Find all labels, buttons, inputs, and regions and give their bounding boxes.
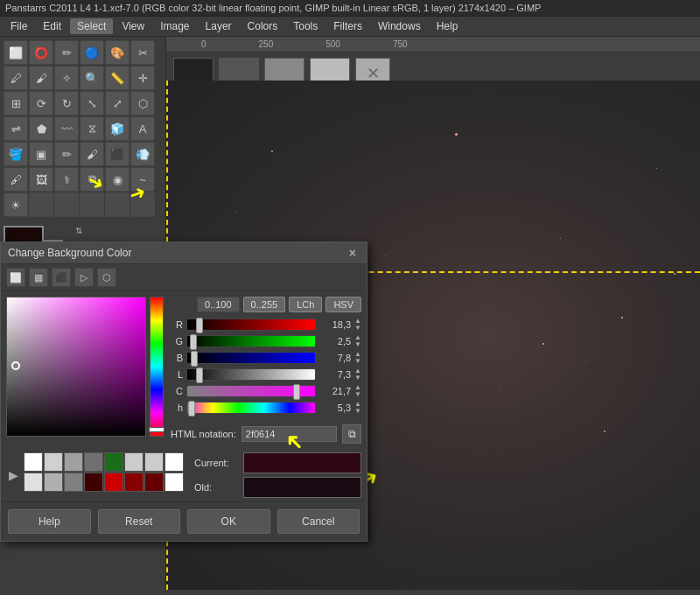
preset-swatch-4[interactable] [104, 452, 123, 472]
preset-swatch-8[interactable] [24, 472, 43, 492]
tool-rotate[interactable]: ↻ [54, 91, 79, 116]
tool-scale[interactable]: ⤡ [80, 91, 104, 116]
b-slider-arrows[interactable]: ▲ ▼ [354, 351, 361, 365]
tool-move[interactable]: ✛ [130, 66, 155, 90]
tool-ink[interactable]: 🖋 [4, 167, 28, 192]
menu-tools[interactable]: Tools [286, 18, 325, 34]
tool-pencil[interactable]: ✏ [54, 142, 79, 166]
h-slider-track[interactable] [186, 402, 316, 414]
dialog-tool-1[interactable]: ⬜ [6, 268, 25, 287]
menu-select[interactable]: Select [70, 18, 113, 34]
tool-fuzzy-select[interactable]: 🔵 [80, 40, 104, 65]
c-down-arrow[interactable]: ▼ [354, 391, 361, 398]
menu-colors[interactable]: Colors [241, 18, 285, 34]
tool-transform[interactable]: ⟳ [29, 91, 53, 116]
tool-zoom[interactable]: 🔍 [80, 66, 104, 90]
preset-swatch-11[interactable] [84, 472, 103, 492]
tool-paint-select[interactable]: 🖌 [29, 66, 53, 90]
tool-paintbrush[interactable]: 🖌 [80, 142, 104, 166]
tool-clone[interactable]: ⧉ [80, 167, 104, 192]
r-slider-arrows[interactable]: ▲ ▼ [354, 318, 361, 332]
l-slider-track[interactable] [186, 368, 316, 381]
r-slider-track[interactable] [186, 318, 316, 331]
html-copy-button[interactable]: ⧉ [342, 424, 361, 444]
preset-swatch-12[interactable] [104, 472, 123, 492]
menu-filters[interactable]: Filters [326, 18, 369, 34]
menu-view[interactable]: View [115, 18, 151, 34]
dialog-tool-3[interactable]: ⬛ [52, 268, 71, 287]
tool-measure[interactable]: 📏 [105, 66, 130, 90]
mode-hsv-button[interactable]: HSV [326, 297, 361, 312]
mode-lch-button[interactable]: LCh [289, 297, 322, 312]
g-slider-track[interactable] [186, 335, 316, 347]
tool-rect-select[interactable]: ⬜ [4, 40, 28, 65]
tool-smudge[interactable]: ~ [130, 167, 155, 192]
tool-foreground-select[interactable]: ⟡ [54, 66, 79, 90]
preset-swatch-13[interactable] [124, 472, 144, 492]
preset-swatch-9[interactable] [44, 472, 63, 492]
tool-gradient[interactable]: ▣ [29, 142, 53, 166]
tool-align[interactable]: ⊞ [4, 91, 28, 116]
tool-flip[interactable]: ⇌ [4, 116, 28, 141]
g-slider-arrows[interactable]: ▲ ▼ [354, 334, 361, 348]
reset-button[interactable]: Reset [98, 509, 181, 534]
color-gradient[interactable] [6, 297, 146, 437]
dialog-tool-2[interactable]: ▦ [29, 268, 48, 287]
cancel-button[interactable]: Cancel [277, 509, 360, 534]
menu-layer[interactable]: Layer [199, 18, 239, 34]
tool-mypaints[interactable]: 🖼 [29, 167, 53, 192]
tool-ellipse-select[interactable]: ⭕ [29, 40, 53, 65]
preset-swatch-1[interactable] [44, 452, 63, 472]
menu-edit[interactable]: Edit [36, 18, 68, 34]
ok-button[interactable]: OK [187, 509, 270, 534]
tool-healing[interactable]: ⚕ [54, 167, 79, 192]
tool-convolve[interactable]: ◉ [105, 167, 130, 192]
h-down-arrow[interactable]: ▼ [354, 408, 361, 415]
menu-file[interactable]: File [4, 18, 34, 34]
c-slider-arrows[interactable]: ▲ ▼ [354, 384, 361, 398]
b-down-arrow[interactable]: ▼ [354, 358, 361, 365]
h-slider-arrows[interactable]: ▲ ▼ [354, 401, 361, 415]
menu-windows[interactable]: Windows [371, 18, 428, 34]
c-slider-track[interactable] [186, 385, 316, 397]
tool-free-select[interactable]: ✏ [54, 40, 79, 65]
tool-airbrush[interactable]: 💨 [130, 142, 155, 166]
r-down-arrow[interactable]: ▼ [354, 325, 361, 332]
tool-handle-transform[interactable]: ⧖ [80, 116, 104, 141]
preset-swatch-3[interactable] [84, 452, 103, 472]
help-button[interactable]: Help [8, 509, 91, 534]
range-0-255-button[interactable]: 0..255 [243, 297, 286, 312]
tool-color-select[interactable]: 🎨 [105, 40, 130, 65]
tool-3d-transform[interactable]: 🧊 [105, 116, 130, 141]
tool-cage[interactable]: ⬟ [29, 116, 53, 141]
tool-text[interactable]: A [130, 116, 155, 141]
preset-swatch-15[interactable] [164, 472, 184, 492]
preset-swatch-2[interactable] [64, 452, 83, 472]
menu-help[interactable]: Help [430, 18, 466, 34]
tool-eraser[interactable]: ⬛ [105, 142, 130, 166]
tool-shear[interactable]: ⤢ [105, 91, 130, 116]
preset-swatch-14[interactable] [144, 472, 164, 492]
preset-swatch-0[interactable] [24, 452, 43, 472]
html-notation-input[interactable] [242, 426, 337, 442]
b-slider-track[interactable] [186, 352, 316, 364]
dialog-tool-4[interactable]: ▷ [74, 268, 94, 287]
tool-warp[interactable]: 〰 [54, 116, 79, 141]
preset-swatch-5[interactable] [124, 452, 144, 472]
preset-swatch-7[interactable] [164, 452, 184, 472]
swap-colors-button[interactable]: ⇅ [75, 226, 82, 235]
l-slider-arrows[interactable]: ▲ ▼ [354, 368, 361, 382]
dialog-close-button[interactable]: × [346, 246, 360, 260]
tool-bucket-fill[interactable]: 🪣 [4, 142, 28, 166]
dialog-tool-5[interactable]: ⬡ [97, 268, 116, 287]
range-0-100-button[interactable]: 0..100 [197, 297, 240, 312]
g-down-arrow[interactable]: ▼ [354, 341, 361, 348]
tool-paths[interactable]: 🖊 [4, 66, 28, 90]
menu-image[interactable]: Image [153, 18, 196, 34]
tool-scissors[interactable]: ✂ [130, 40, 155, 65]
preset-nav-button[interactable]: ▶ [6, 452, 20, 498]
l-down-arrow[interactable]: ▼ [354, 374, 361, 382]
preset-swatch-6[interactable] [144, 452, 164, 472]
tool-perspective[interactable]: ⬡ [130, 91, 155, 116]
preset-swatch-10[interactable] [64, 472, 83, 492]
